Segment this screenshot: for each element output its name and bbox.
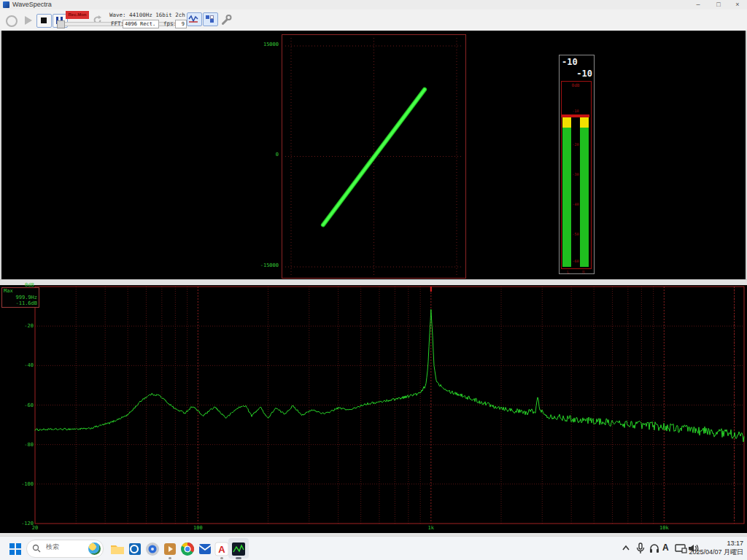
xy-scope-canvas [282, 35, 465, 278]
xy-scale-mid: 0 [257, 152, 279, 158]
file-explorer-icon[interactable] [109, 540, 126, 558]
x-tick-label: 10k [653, 525, 675, 531]
y-tick-label: -100 [13, 481, 34, 487]
xy-scale-top: 15000 [257, 42, 279, 47]
bar-green [580, 128, 589, 267]
stop-button[interactable] [36, 14, 52, 28]
max-level: -11.6dB [15, 300, 37, 306]
level-meter: -10 -10 0dB -10 -20-30-40-50 -60 L R [559, 55, 595, 274]
weather-widget-icon[interactable] [88, 542, 101, 555]
running-indicator [220, 557, 223, 559]
fft-setting[interactable]: 4096 Rect. [123, 20, 159, 28]
max-title: Max [4, 288, 13, 294]
active-app-indicator [236, 557, 241, 559]
xy-phase-scope [282, 34, 466, 279]
meter-bar-right [580, 117, 589, 267]
start-button[interactable] [7, 540, 25, 558]
x-tick-label: 100 [187, 525, 209, 531]
outlook-icon[interactable] [126, 540, 144, 558]
bar-yellow [562, 117, 571, 128]
meter-zero-label: 0dB [562, 82, 589, 88]
mail-icon[interactable] [196, 540, 214, 558]
app-icon [3, 1, 9, 8]
checker [210, 19, 214, 23]
spectrum-analyzer: Max 999.9Hz -11.6dB 0dB -20-40-60-80-100… [0, 285, 747, 533]
meter-bar-left [562, 117, 571, 267]
y-tick-label: -80 [13, 442, 34, 448]
max-frequency: 999.9Hz [15, 295, 37, 300]
play-icon[interactable] [25, 16, 32, 25]
search-box[interactable] [26, 540, 104, 558]
y-tick-label: -20 [13, 323, 34, 329]
window-title: WaveSpectra [12, 1, 52, 8]
fps-value: 9 [175, 20, 187, 28]
taskbar-clock[interactable]: 13:17 2025/04/07 月曜日 [689, 539, 743, 556]
meter-left-value: -10 [562, 57, 578, 67]
minimize-button[interactable]: – [690, 0, 706, 9]
wave-info: Wave: 44100Hz 16bit 2ch [109, 12, 185, 18]
y-tick-label: -40 [13, 362, 34, 368]
spectrum-zero-label: 0dB [25, 282, 34, 288]
x-tick-label: 20 [24, 525, 46, 531]
search-input[interactable] [44, 542, 88, 551]
settings-wrench-icon[interactable] [221, 14, 233, 28]
running-indicator [169, 557, 171, 559]
ime-indicator[interactable]: A [662, 542, 669, 553]
screen: WaveSpectra – □ × Rec.Mon Wave: 44100Hz … [0, 0, 747, 560]
search-icon [32, 544, 42, 553]
spectrum-canvas [0, 285, 747, 533]
record-icon[interactable] [6, 15, 18, 27]
maximize-button[interactable]: □ [711, 0, 727, 9]
stop-icon [41, 18, 47, 23]
taskbar: A A 13:17 2025/04/07 月曜日 [0, 536, 747, 560]
spectrum-view-button[interactable] [203, 12, 218, 26]
chrome-icon[interactable] [179, 540, 196, 558]
svg-text:A: A [218, 544, 225, 555]
title-bar: WaveSpectra – □ × [0, 0, 747, 10]
clock-time: 13:17 [689, 539, 743, 548]
x-tick-label: 1k [420, 525, 442, 531]
y-tick-label: -60 [13, 402, 34, 408]
wave-view-button[interactable] [187, 12, 202, 26]
bar-yellow [580, 117, 589, 128]
toolbar: Rec.Mon Wave: 44100Hz 16bit 2ch FFT: 409… [0, 9, 747, 31]
bar-green [562, 128, 571, 267]
close-button[interactable]: × [729, 0, 746, 9]
slider-thumb[interactable] [57, 20, 65, 28]
meter-channel-right: R [582, 269, 585, 274]
meter-right-value: -10 [576, 69, 592, 79]
max-readout-box: Max 999.9Hz -11.6dB [1, 287, 39, 308]
meter-frame: 0dB -10 -20-30-40-50 -60 [561, 81, 592, 269]
rec-monitor-badge: Rec.Mon [66, 11, 89, 19]
checker [206, 15, 209, 19]
clock-date: 2025/04/07 月曜日 [689, 548, 743, 556]
xy-scale-bottom: -15000 [257, 262, 279, 268]
meter-channel-left: L [567, 269, 570, 274]
meter-peak-label: -10 [562, 109, 589, 113]
media-player-icon[interactable] [144, 540, 161, 558]
groove-media-icon[interactable] [161, 540, 179, 558]
checker [210, 15, 214, 19]
wavespectra-app-icon[interactable] [230, 540, 247, 558]
